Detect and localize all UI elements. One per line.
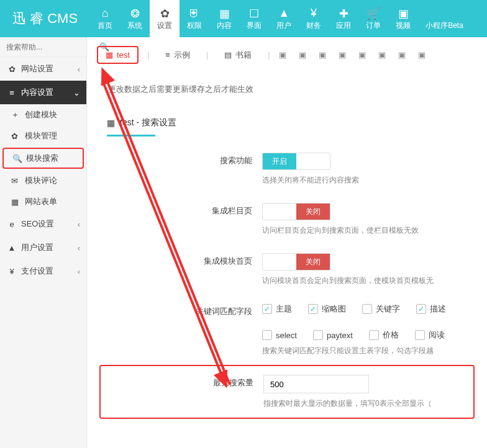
separator: | xyxy=(206,50,208,60)
notice-text: 更改数据之后需要更新缓存之后才能生效 xyxy=(99,76,475,102)
nav-icon: ❂ xyxy=(130,7,140,20)
topnav-item[interactable]: ❂系统 xyxy=(120,0,150,37)
tab-demo[interactable]: ≡ 示例 xyxy=(158,47,198,64)
checkbox-icon xyxy=(262,304,272,314)
field-checkbox[interactable]: 关键字 xyxy=(362,303,400,315)
help-text: 选择关闭将不能进行内容搜索 xyxy=(262,175,467,186)
checkbox-icon xyxy=(362,304,372,314)
sidebar-item-site[interactable]: ✿ 网站设置 ‹ xyxy=(0,57,86,81)
nav-icon: ✿ xyxy=(160,7,170,20)
help-text: 访问栏目页会定向到搜索页面，使栏目模板无效 xyxy=(262,225,467,236)
tab-extra-icon[interactable]: ▣ xyxy=(378,50,386,60)
nav-icon: ▣ xyxy=(398,7,409,20)
chevron-down-icon: ⌄ xyxy=(73,88,80,97)
help-text: 搜索关键词匹配字段只能设置主表字段，勾选字段越 xyxy=(262,346,467,356)
tab-extra-icon[interactable]: ▣ xyxy=(299,50,306,60)
separator: | xyxy=(268,50,270,60)
sidebar-item-pay[interactable]: ¥ 支付设置 ‹ xyxy=(0,259,86,283)
topnav-item[interactable]: ⛨权限 xyxy=(180,0,209,37)
sidebar-subitem[interactable]: ＋创建模块 xyxy=(0,104,86,125)
tab-extra-icon[interactable]: ▣ xyxy=(398,50,406,60)
field-checkbox[interactable]: paytext xyxy=(313,330,353,340)
chip-label: paytext xyxy=(327,331,353,340)
checkbox-icon xyxy=(369,330,379,340)
topnav-item[interactable]: ✚应用 xyxy=(329,0,358,37)
help-text: 访问模块首页会定向到搜索页面，使模块首页模板无 xyxy=(262,276,467,286)
nav-label: 财务 xyxy=(306,20,321,31)
nav-label: 设置 xyxy=(157,20,172,31)
tab-extra-icon[interactable]: ▣ xyxy=(358,50,366,60)
nav-icon: ✚ xyxy=(339,7,348,20)
topnav-item[interactable]: ¥财务 xyxy=(299,0,329,37)
nav-icon: ⛨ xyxy=(189,7,200,20)
sidebar-item-user[interactable]: ▲ 用户设置 ‹ xyxy=(0,236,86,259)
topnav-item[interactable]: ⌂首页 xyxy=(90,0,120,37)
sidebar-subitem[interactable]: ✉模块评论 xyxy=(0,170,86,191)
tab-book[interactable]: ▤ 书籍 xyxy=(217,47,259,64)
brand: 迅 睿 CMS xyxy=(0,0,90,37)
label-fields: 关键词匹配字段 xyxy=(107,303,262,356)
chip-label: 描述 xyxy=(430,303,446,315)
topnav-item[interactable]: ▣视频 xyxy=(388,0,418,37)
max-input[interactable] xyxy=(263,375,369,393)
nav-label: 视频 xyxy=(396,20,411,31)
sidebar-subitem[interactable]: ✿模块管理 xyxy=(0,125,86,146)
nav-label: 小程序Beta xyxy=(426,20,463,31)
nav-icon: 🛒 xyxy=(366,7,380,20)
tab-extra-icon[interactable]: ▣ xyxy=(339,50,346,60)
sidebar-subitem[interactable]: ▦网站表单 xyxy=(0,191,86,212)
tab-label: 示例 xyxy=(174,50,190,61)
nav-icon: ▦ xyxy=(219,7,230,20)
topnav-item[interactable]: ▦内容 xyxy=(209,0,239,37)
tab-extra-icon[interactable]: ▣ xyxy=(418,50,426,60)
field-checkbox[interactable]: select xyxy=(262,330,297,340)
chip-label: 缩略图 xyxy=(322,303,346,315)
nav-label: 界面 xyxy=(247,20,262,31)
sub-icon: ✿ xyxy=(11,132,21,141)
nav-icon: ▲ xyxy=(278,7,289,20)
checkbox-icon xyxy=(308,304,318,314)
tab-test[interactable]: ▦ test xyxy=(97,46,139,64)
chip-label: 主题 xyxy=(276,303,292,315)
nav-icon: ☐ xyxy=(249,7,259,20)
nav-label: 用户 xyxy=(276,20,291,31)
grid-icon: ▦ xyxy=(106,50,113,60)
topnav-item[interactable]: 🛒订单 xyxy=(358,0,388,37)
help-text: 指搜索时最大显示的数据量，填写0表示全部显示（ xyxy=(263,398,466,409)
field-checkbox[interactable]: 阅读 xyxy=(415,329,445,341)
separator: | xyxy=(147,50,149,60)
sidebar-item-seo[interactable]: e SEO设置 ‹ xyxy=(0,212,86,236)
tab-extra-icon[interactable]: ▣ xyxy=(319,50,326,60)
sidebar-subitem[interactable]: 🔍模块搜索 xyxy=(2,148,84,169)
sidebar-item-content[interactable]: ≡ 内容设置 ⌄ xyxy=(0,81,86,104)
panel-title: ▦ test - 搜索设置 xyxy=(99,109,475,135)
topnav-item[interactable]: 小程序Beta xyxy=(418,0,471,37)
toggle-cat-page[interactable]: 关闭 xyxy=(262,203,330,220)
topnav-item[interactable]: ✿设置 xyxy=(150,0,180,37)
checkbox-icon xyxy=(313,330,323,340)
chip-label: 阅读 xyxy=(429,329,445,341)
toggle-mod-home[interactable]: 关闭 xyxy=(262,253,330,271)
topnav-item[interactable]: ☐界面 xyxy=(239,0,269,37)
field-checkbox[interactable]: 缩略图 xyxy=(308,303,346,315)
nav-label: 首页 xyxy=(98,20,112,31)
checkbox-icon xyxy=(416,304,426,314)
topnav-item[interactable]: ▲用户 xyxy=(269,0,299,37)
field-checkbox[interactable]: 价格 xyxy=(369,329,399,341)
nav-label: 应用 xyxy=(336,20,351,31)
user-icon: ▲ xyxy=(6,243,17,253)
tab-label: 书籍 xyxy=(235,50,252,61)
toggle-search-func[interactable]: 开启 xyxy=(262,153,330,170)
sub-label: 网站表单 xyxy=(25,196,57,207)
field-checkbox[interactable]: 主题 xyxy=(262,303,292,315)
field-checkbox[interactable]: 描述 xyxy=(416,303,446,315)
search-input[interactable] xyxy=(6,43,99,52)
sidebar-item-label: 内容设置 xyxy=(21,87,53,98)
nav-label: 系统 xyxy=(127,20,142,31)
checkbox-icon xyxy=(262,330,272,340)
tab-extra-icon[interactable]: ▣ xyxy=(279,50,286,60)
nav-label: 内容 xyxy=(217,20,232,31)
chevron-left-icon: ‹ xyxy=(78,267,80,276)
sub-label: 模块评论 xyxy=(25,175,57,186)
yen-icon: ¥ xyxy=(6,267,17,276)
